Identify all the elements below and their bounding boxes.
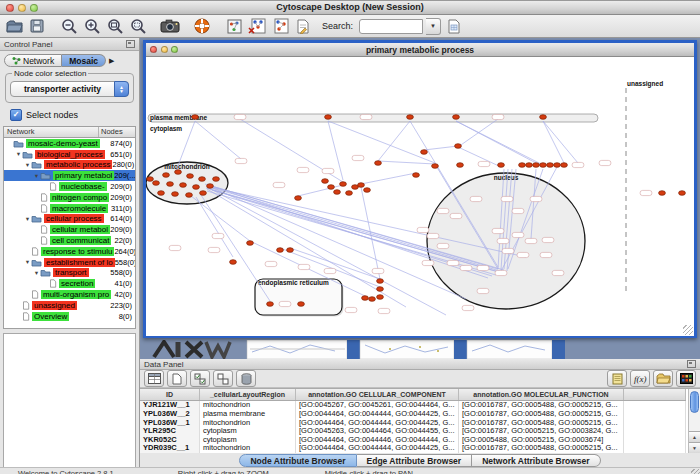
graph-node[interactable]	[364, 188, 371, 193]
table-cell[interactable]: mitochondrion	[200, 419, 296, 428]
network-view-icon-1[interactable]	[247, 17, 267, 35]
tab-node-attribute-browser[interactable]: Node Attribute Browser	[239, 454, 356, 467]
network-view-window[interactable]: primary metabolic process plasma membran…	[143, 40, 697, 338]
graph-node[interactable]	[207, 184, 214, 189]
notepad-icon[interactable]	[607, 370, 627, 387]
matrix-icon[interactable]	[676, 370, 696, 387]
tree-expander-icon[interactable]: ▼	[15, 151, 22, 157]
tab-mosaic[interactable]: Mosaic	[62, 54, 106, 67]
minimize-window-button[interactable]	[18, 4, 26, 12]
formula-builder-icon[interactable]: f(x)	[630, 370, 650, 387]
graph-edge[interactable]	[195, 121, 241, 159]
search-input[interactable]	[359, 19, 423, 34]
graph-node[interactable]	[175, 170, 182, 175]
tab-overflow-arrow[interactable]: ▶	[109, 57, 114, 65]
tree-row[interactable]: cell communicat22(0)	[4, 235, 135, 246]
graph-node[interactable]	[277, 248, 284, 253]
tree-row[interactable]: macromolecule311(0)	[4, 203, 135, 214]
graph-node[interactable]	[295, 196, 302, 201]
graph-edge[interactable]	[378, 121, 410, 161]
table-row[interactable]: YDR039C__1mitochondrion[GO:0044464, GO:0…	[140, 444, 686, 453]
new-attribute-icon[interactable]	[167, 370, 187, 387]
tree-expander-icon[interactable]: ▼	[24, 216, 31, 222]
graph-node[interactable]	[453, 115, 460, 120]
graph-node[interactable]	[407, 115, 414, 120]
tree-row[interactable]: Overview8(0)	[4, 311, 135, 322]
graph-node[interactable]	[199, 177, 206, 182]
graph-node[interactable]	[457, 163, 464, 168]
graph-node[interactable]	[213, 177, 220, 182]
graph-node[interactable]	[375, 161, 382, 166]
graph-node[interactable]	[561, 163, 568, 168]
table-cell[interactable]: [GO:0045267, GO:0045261, GO:0044464, G..…	[296, 401, 459, 410]
graph-edge[interactable]	[290, 248, 380, 279]
graph-edge[interactable]	[378, 161, 435, 164]
annotation-icon[interactable]	[293, 17, 313, 35]
close-window-button[interactable]	[6, 4, 14, 12]
graph-node[interactable]	[421, 150, 428, 155]
tree-row[interactable]: multi-organism pro42(0)	[4, 289, 135, 300]
graph-node[interactable]	[362, 296, 369, 301]
open-session-icon[interactable]	[4, 17, 24, 35]
graph-node[interactable]	[172, 192, 179, 197]
tree-row[interactable]: ▼transport558(0)	[4, 268, 135, 279]
graph-node[interactable]	[230, 260, 237, 265]
table-cell[interactable]: cytoplasm	[200, 436, 296, 445]
graph-node[interactable]	[180, 183, 187, 188]
graph-node[interactable]	[346, 191, 353, 196]
graph-node[interactable]	[455, 144, 462, 149]
graph-node[interactable]	[413, 173, 420, 178]
graph-node[interactable]	[659, 191, 666, 196]
zoom-in-icon[interactable]	[82, 17, 102, 35]
network-overview-icon[interactable]	[224, 17, 244, 35]
tab-network[interactable]: Network	[4, 54, 62, 67]
tree-row[interactable]: nitrogen compo209(0)	[4, 192, 135, 203]
import-attributes-icon[interactable]	[653, 370, 673, 387]
graph-node[interactable]	[547, 163, 554, 168]
import-table-icon[interactable]	[444, 17, 464, 35]
graph-node[interactable]	[340, 182, 347, 187]
table-cell[interactable]: YLR295C	[140, 427, 200, 436]
graph-node[interactable]	[377, 295, 384, 300]
graph-node[interactable]	[167, 182, 174, 187]
tree-expander-icon[interactable]: ▼	[33, 270, 40, 276]
table-column-header[interactable]: annotation.GO MOLECULAR_FUNCTION	[459, 389, 624, 401]
tree-row[interactable]: unassigned223(0)	[4, 300, 135, 311]
attribute-table-icon[interactable]	[144, 370, 164, 387]
tree-row[interactable]: mosaic-demo-yeast874(0)	[4, 138, 135, 149]
graph-node[interactable]	[322, 179, 329, 184]
tree-column-nodes[interactable]: Nodes	[99, 127, 135, 137]
graph-edge[interactable]	[456, 121, 543, 165]
table-row[interactable]: YJR121W__1mitochondrion[GO:0045267, GO:0…	[140, 401, 686, 410]
table-cell[interactable]: [GO:0045263, GO:0044464, GO:0044455, G..…	[296, 427, 459, 436]
table-cell[interactable]: mitochondrion	[200, 401, 296, 410]
tab-network-attribute-browser[interactable]: Network Attribute Browser	[472, 454, 600, 467]
graph-node[interactable]	[325, 115, 332, 120]
search-dropdown-button[interactable]: ▼	[426, 18, 441, 35]
scroll-down-button[interactable]: ▼	[689, 442, 700, 453]
network-view-title-bar[interactable]: primary metabolic process	[146, 43, 694, 57]
table-cell[interactable]: YPL036W__2	[140, 410, 200, 419]
graph-node[interactable]	[328, 185, 335, 190]
graph-edge[interactable]	[361, 173, 416, 184]
zoom-out-icon[interactable]	[59, 17, 79, 35]
table-scrollbar[interactable]: ▲ ▼	[688, 389, 700, 453]
table-cell[interactable]: [GO:0044464, GO:0044446, GO:0044444, G..…	[296, 436, 459, 445]
inner-zoom-button[interactable]	[171, 46, 178, 53]
delete-attribute-icon[interactable]	[236, 370, 256, 387]
table-cell[interactable]: YDR039C__1	[140, 444, 200, 453]
snapshot-icon[interactable]	[160, 17, 180, 35]
table-cell[interactable]: [GO:0016787, GO:0005215, GO:0003824, G..…	[459, 427, 624, 436]
node-color-attribute-select[interactable]: transporter activity ▲▼	[10, 81, 129, 97]
network-view-icon-2[interactable]	[270, 17, 290, 35]
table-cell[interactable]: cytoplasm	[200, 427, 296, 436]
table-cell[interactable]: plasma membrane	[200, 410, 296, 419]
graph-node[interactable]	[369, 297, 376, 302]
graph-node[interactable]	[193, 185, 200, 190]
table-cell[interactable]: [GO:0044464, GO:0044444, GO:0044425, G..…	[296, 410, 459, 419]
graph-edge[interactable]	[458, 119, 498, 147]
network-canvas[interactable]: plasma membranecytoplasmmitochondrionnuc…	[146, 57, 694, 336]
graph-node[interactable]	[186, 193, 193, 198]
zoom-fit-icon[interactable]	[105, 17, 125, 35]
table-row[interactable]: YPL036W__1mitochondrion[GO:0044464, GO:0…	[140, 419, 686, 428]
